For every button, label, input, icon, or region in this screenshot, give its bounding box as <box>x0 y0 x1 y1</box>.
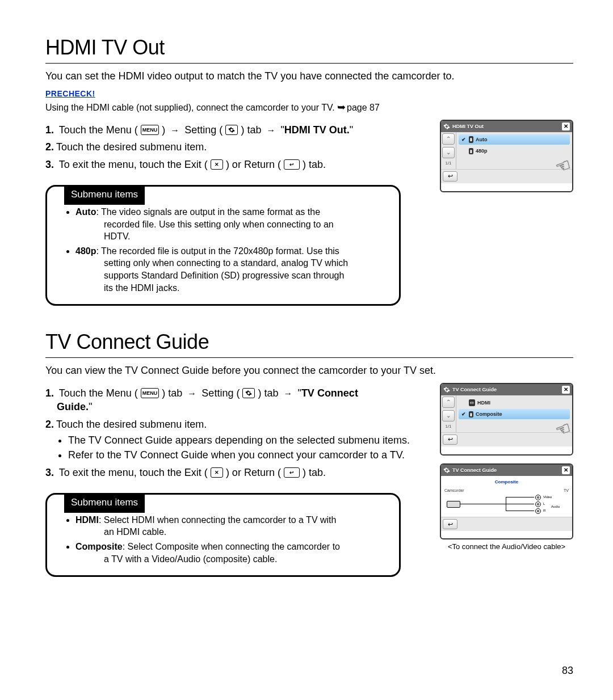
step-3: 3. To exit the menu, touch the Exit ( ✕ … <box>45 158 429 171</box>
precheck-text-a: Using the HDMI cable (not supplied), con… <box>45 103 337 112</box>
check-icon <box>461 400 467 406</box>
submenu-box-hdmi: Submenu items Auto: The video signals ar… <box>45 185 401 306</box>
close-icon: ✕ <box>211 159 223 170</box>
mode-icon: ▮ <box>469 411 473 418</box>
submenu-tab: Submenu items <box>64 493 145 513</box>
close-button[interactable]: ✕ <box>562 123 570 130</box>
section-title-hdmi: HDMI TV Out <box>45 34 573 64</box>
submenu-box-tvguide: Submenu items HDMI: Select HDMI when con… <box>45 493 401 577</box>
list-item-480p[interactable]: ▮ 480p <box>459 146 570 156</box>
submenu-item-composite: Composite: Select Composite when connect… <box>75 541 388 565</box>
submenu-item-480p: 480p: The recorded file is output in the… <box>75 245 388 294</box>
intro-hdmi: You can set the HDMI video output to mat… <box>45 69 573 83</box>
menu-icon: MENU <box>141 125 159 135</box>
nav-down-button[interactable]: ⌄ <box>442 147 455 158</box>
nav-up-button[interactable]: ⌃ <box>442 397 455 408</box>
list-item-composite[interactable]: ✔ ▮ Composite <box>459 409 570 419</box>
nav-up-button[interactable]: ⌃ <box>442 133 455 145</box>
step-2: 2.Touch the desired submenu item. <box>45 140 429 154</box>
diagram-label-tv: TV <box>564 488 569 493</box>
mode-icon: ▮ <box>469 148 473 154</box>
diagram-label-camcorder: Camcorder <box>444 488 464 493</box>
submenu-item-auto: Auto: The video signals are output in th… <box>75 206 388 243</box>
gear-icon <box>443 386 450 393</box>
gear-icon <box>242 388 255 398</box>
close-button[interactable]: ✕ <box>562 386 570 394</box>
list-item-auto[interactable]: ✔ ▮ Auto <box>459 134 570 145</box>
screen-title: TV Connect Guide <box>452 386 560 393</box>
screen-title: TV Connect Guide <box>452 467 560 474</box>
arrow-icon: → <box>283 389 292 398</box>
submenu-tab: Submenu items <box>64 185 145 205</box>
precheck-label: PRECHECK! <box>45 88 573 99</box>
page-ref: ➥page 87 <box>337 103 380 112</box>
nav-down-button[interactable]: ⌄ <box>442 410 455 421</box>
check-icon: ✔ <box>461 137 467 142</box>
device-screen-tvguide-diagram: TV Connect Guide ✕ Composite Camcorder T… <box>440 463 573 539</box>
step-2: 2.Touch the desired submenu item. The TV… <box>45 418 429 462</box>
arrow-icon: → <box>266 125 275 135</box>
close-icon: ✕ <box>211 467 223 478</box>
step-1: 1. Touch the Menu ( MENU ) tab → Setting… <box>45 386 429 414</box>
device-screen-hdmi: HDMI TV Out ✕ ⌃ ⌄ 1/1 ✔ ▮ Auto <box>440 120 573 192</box>
step-2-bullet-2: Refer to the TV Connect Guide when you c… <box>68 448 429 462</box>
step-1: 1. Touch the Menu ( MENU ) → Setting ( )… <box>45 123 429 137</box>
diagram-subtitle: Composite <box>444 479 569 486</box>
menu-icon: MENU <box>141 388 159 398</box>
mode-icon: ▭ <box>469 399 475 406</box>
check-icon: ✔ <box>461 411 467 417</box>
section-title-tvguide: TV Connect Guide <box>45 328 573 358</box>
step-2-bullet-1: The TV Connect Guide appears depending o… <box>68 433 429 447</box>
intro-tvguide: You can view the TV Connect Guide before… <box>45 364 573 377</box>
diagram-caption: <To connect the Audio/Video cable> <box>440 542 573 552</box>
list-item-hdmi[interactable]: ▭ HDMI <box>459 398 570 408</box>
gear-icon <box>225 125 238 135</box>
steps-tvguide: 1. Touch the Menu ( MENU ) tab → Setting… <box>45 386 429 479</box>
close-button[interactable]: ✕ <box>562 466 570 474</box>
check-icon <box>461 148 467 154</box>
arrow-icon: → <box>187 389 196 398</box>
submenu-item-hdmi: HDMI: Select HDMI when connecting the ca… <box>75 514 388 538</box>
step-3: 3. To exit the menu, touch the Exit ( ✕ … <box>45 466 429 479</box>
gear-icon <box>443 467 450 474</box>
return-button[interactable]: ↩ <box>443 171 457 182</box>
steps-hdmi: 1. Touch the Menu ( MENU ) → Setting ( )… <box>45 123 429 171</box>
return-button[interactable]: ↩ <box>443 435 457 445</box>
return-button[interactable]: ↩ <box>443 519 457 529</box>
device-screen-tvguide-list: TV Connect Guide ✕ ⌃ ⌄ 1/1 ▭ HDMI ✔ <box>440 383 573 456</box>
connection-diagram: Video L Audio R <box>444 493 569 516</box>
precheck-text: Using the HDMI cable (not supplied), con… <box>45 100 573 114</box>
mode-icon: ▮ <box>469 136 473 142</box>
gear-icon <box>443 123 450 130</box>
page-indicator: 1/1 <box>441 424 456 430</box>
page-indicator: 1/1 <box>441 161 456 167</box>
arrow-icon: → <box>170 125 179 135</box>
screen-title: HDMI TV Out <box>452 123 560 130</box>
return-icon: ↩ <box>284 467 300 478</box>
return-icon: ↩ <box>284 159 300 170</box>
